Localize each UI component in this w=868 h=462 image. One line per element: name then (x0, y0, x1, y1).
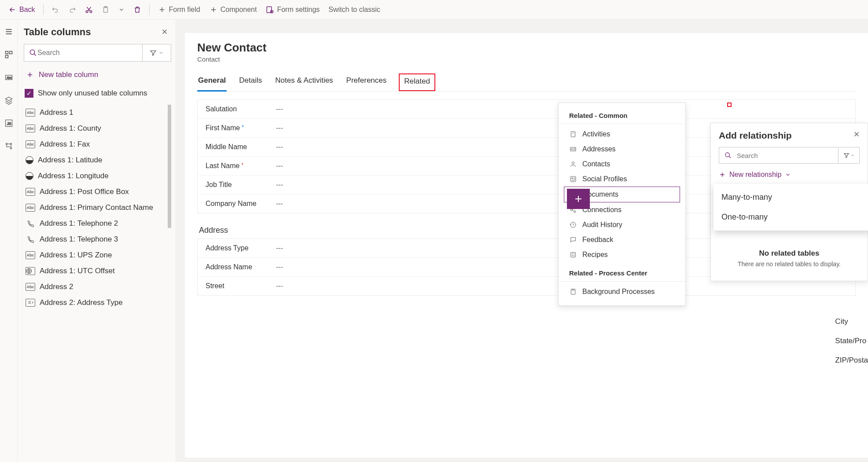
field-label: Address Name (206, 263, 276, 271)
column-item[interactable]: Address 1: Telephone 2 (24, 216, 171, 231)
field-label: Address Type (206, 244, 276, 252)
column-label: Address 1: UTC Offset (40, 267, 115, 275)
relationship-option-one-to-many[interactable]: One-to-many (714, 207, 868, 227)
related-item-label: Addresses (582, 145, 616, 153)
back-button[interactable]: Back (4, 4, 39, 16)
relationship-search[interactable] (719, 147, 860, 164)
switch-classic-button[interactable]: Switch to classic (325, 4, 383, 15)
svg-point-28 (572, 253, 572, 254)
form-row[interactable]: Salutation--- (198, 100, 855, 119)
form-field-button[interactable]: Form field (154, 4, 204, 16)
field-value: --- (276, 162, 283, 170)
tab-preferences[interactable]: Preferences (346, 73, 388, 91)
close-panel-button[interactable] (161, 28, 169, 36)
hamburger-icon[interactable] (4, 26, 14, 37)
related-item-label: Audit History (582, 221, 622, 229)
feedback-icon (569, 236, 577, 244)
column-item[interactable]: AbcAddress 1: Primary Contact Name (24, 200, 171, 216)
column-item[interactable]: AbcAddress 1 (24, 105, 171, 121)
column-item[interactable]: AbcAddress 1: UPS Zone (24, 247, 171, 263)
undo-button[interactable] (48, 4, 63, 15)
column-item[interactable]: Address 1: Latitude (24, 152, 171, 168)
dropdown-button[interactable] (115, 5, 128, 15)
svg-point-13 (6, 143, 7, 144)
new-column-label: New table column (39, 70, 98, 79)
column-item[interactable]: Address 1: Telephone 3 (24, 231, 171, 247)
redo-button[interactable] (65, 4, 80, 15)
column-label: Address 1 (40, 108, 74, 117)
relationship-filter-button[interactable] (838, 147, 859, 163)
tab-general[interactable]: General (197, 73, 227, 91)
svg-point-23 (572, 178, 573, 179)
related-item-recipes[interactable]: Recipes (559, 247, 685, 262)
separator (43, 4, 44, 15)
panel-title: Table columns (24, 26, 171, 38)
text-box-icon[interactable]: Abc (4, 72, 14, 83)
related-process-header: Related - Process Center (559, 267, 685, 282)
column-item[interactable]: AbcAddress 1: Fax (24, 136, 171, 152)
tab-related[interactable]: Related (399, 73, 435, 91)
search-icon (29, 48, 37, 57)
field-label: Middle Name (206, 143, 276, 151)
search-icon (719, 152, 737, 159)
new-relationship-button[interactable]: New relationship (719, 171, 860, 179)
new-table-column-button[interactable]: New table column (24, 68, 171, 82)
column-label: Address 1: Post Office Box (40, 187, 129, 196)
close-relationship-panel[interactable] (853, 130, 861, 138)
column-label: Address 2: Address Type (40, 298, 123, 307)
form-settings-button[interactable]: Form settings (262, 4, 323, 16)
related-item-contacts[interactable]: Contacts (559, 157, 685, 172)
column-label: Address 1: County (40, 124, 101, 133)
add-relationship-highlight (727, 103, 732, 107)
column-item[interactable]: Address 2: Address Type (24, 295, 171, 311)
related-item-label: Social Profiles (582, 175, 627, 183)
related-item-background-processes[interactable]: Background Processes (559, 284, 685, 299)
delete-button[interactable] (130, 4, 145, 15)
components-icon[interactable] (4, 49, 14, 60)
column-item[interactable]: AbcAddress 1: County (24, 121, 171, 136)
related-item-audit-history[interactable]: Audit History (559, 217, 685, 232)
scrollbar-thumb[interactable] (168, 105, 171, 228)
related-item-addresses[interactable]: Addresses (559, 142, 685, 157)
tab-notes-activities[interactable]: Notes & Activities (274, 73, 334, 91)
relationship-option-many-to-many[interactable]: Many-to-many (714, 187, 868, 207)
relationship-search-input[interactable] (737, 152, 838, 159)
column-search-input[interactable] (24, 44, 142, 62)
related-item-label: Contacts (582, 160, 610, 168)
cut-button[interactable] (81, 4, 96, 15)
svg-point-1 (90, 11, 92, 13)
component-label: Component (221, 6, 257, 14)
column-label: Address 1: Telephone 3 (40, 235, 118, 244)
table-columns-panel: Table columns New table column ✓ Show on… (18, 20, 176, 462)
search-field[interactable] (37, 49, 138, 57)
filter-button[interactable] (142, 44, 171, 62)
column-item[interactable]: Address 1: UTC Offset (24, 263, 171, 279)
svg-point-24 (570, 209, 572, 211)
top-toolbar: Back Form field Component Form settings … (0, 0, 868, 20)
column-label: Address 1: Longitude (38, 172, 109, 180)
column-label: Address 2 (40, 282, 74, 291)
column-item[interactable]: AbcAddress 2 (24, 279, 171, 295)
field-label: Last Name* (206, 162, 276, 170)
field-label: ZIP/Posta (835, 356, 868, 365)
component-button[interactable]: Component (206, 4, 261, 16)
js-icon[interactable]: JS (4, 118, 14, 128)
column-item[interactable]: AbcAddress 1: Post Office Box (24, 184, 171, 200)
layers-icon[interactable] (4, 95, 14, 106)
tree-icon[interactable] (4, 141, 14, 151)
related-item-activities[interactable]: Activities (559, 127, 685, 142)
empty-title: No related tables (719, 249, 860, 258)
paste-button[interactable] (98, 4, 113, 15)
field-label: First Name* (206, 124, 276, 132)
form-title: New Contact (197, 41, 856, 55)
show-unused-checkbox[interactable]: ✓ Show only unused table columns (24, 86, 171, 100)
svg-rect-32 (571, 289, 575, 294)
add-relationship-button[interactable] (567, 189, 590, 209)
column-item[interactable]: Address 1: Longitude (24, 168, 171, 184)
related-item-feedback[interactable]: Feedback (559, 232, 685, 247)
add-relationship-panel: Add relationship New relationship Many-t… (710, 123, 868, 281)
empty-state: No related tables There are no related t… (719, 249, 860, 268)
related-item-social-profiles[interactable]: Social Profiles (559, 172, 685, 187)
tab-details[interactable]: Details (238, 73, 263, 91)
column-list: ▲ AbcAddress 1AbcAddress 1: CountyAbcAdd… (24, 105, 171, 462)
